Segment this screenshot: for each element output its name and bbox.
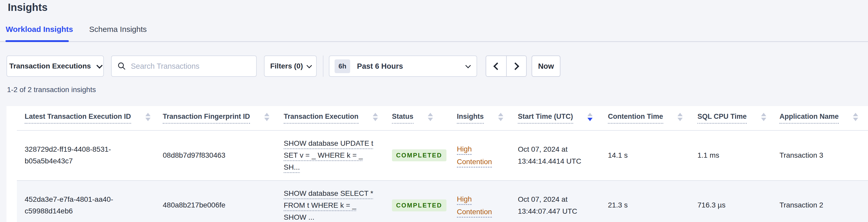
search-input[interactable] [131, 62, 250, 70]
sort-icon [761, 113, 766, 121]
chevron-down-icon [307, 63, 312, 68]
time-range-badge: 6h [335, 59, 350, 73]
chevron-right-icon [512, 62, 519, 70]
search-icon [117, 62, 126, 70]
latest-execution-id: 452da3e7-e7fa-4801-aa40-c59988d14eb6 [25, 194, 147, 217]
filters-button-label: Filters (0) [270, 62, 303, 70]
fingerprint-id: 08d8b7d97f830463 [163, 151, 225, 159]
toolbar: Transaction Executions Filters (0) 6h Pa… [6, 56, 560, 77]
now-button[interactable]: Now [532, 56, 560, 77]
time-range-pager [486, 56, 527, 77]
sort-icon [678, 113, 683, 121]
insight-type-dropdown-label: Transaction Executions [9, 62, 91, 70]
toolbar-divider [323, 56, 323, 77]
insights-table-card: Latest Transaction Execution ID Transact… [6, 106, 868, 222]
contention-time: 14.1 s [608, 151, 628, 159]
sort-icon [498, 113, 503, 121]
fingerprint-id: 480a8b217be006fe [163, 201, 225, 209]
previous-time-range-button[interactable] [486, 56, 506, 76]
sql-cpu-time: 1.1 ms [698, 151, 719, 159]
column-header-latest-execution-id[interactable]: Latest Transaction Execution ID [17, 106, 155, 130]
table-row: 328729d2-ff19-4408-8531-b05a5b4e43c7 08d… [17, 130, 868, 181]
tab-workload-insights[interactable]: Workload Insights [6, 25, 73, 34]
tab-divider [0, 41, 868, 42]
table-header-row: Latest Transaction Execution ID Transact… [17, 106, 868, 130]
chevron-down-icon [96, 62, 102, 68]
sort-icon [264, 113, 270, 121]
chevron-left-icon [493, 62, 501, 70]
start-time: Oct 07, 2024 at 13:44:14.4414 UTC [518, 144, 595, 167]
latest-execution-id: 328729d2-ff19-4408-8531-b05a5b4e43c7 [25, 144, 147, 167]
time-range-label: Past 6 Hours [357, 62, 459, 70]
next-time-range-button[interactable] [506, 56, 526, 76]
sort-icon [145, 113, 151, 121]
column-header-status[interactable]: Status [384, 106, 449, 130]
column-header-transaction-execution[interactable]: Transaction Execution [276, 106, 384, 130]
sort-icon [373, 113, 378, 121]
tab-bar: Workload Insights Schema Insights [6, 25, 147, 34]
results-count: 1-2 of 2 transaction insights [7, 86, 96, 94]
start-time: Oct 07, 2024 at 13:44:07.447 UTC [518, 193, 595, 217]
search-box[interactable] [111, 56, 257, 77]
status-badge: COMPLETED [392, 199, 446, 211]
contention-time: 21.3 s [608, 201, 628, 209]
sql-cpu-time: 716.3 µs [698, 201, 725, 209]
column-header-fingerprint-id[interactable]: Transaction Fingerprint ID [155, 106, 276, 130]
tab-schema-insights[interactable]: Schema Insights [89, 25, 147, 34]
transaction-insights-table: Latest Transaction Execution ID Transact… [17, 106, 868, 222]
active-tab-indicator [5, 40, 69, 42]
application-name: Transaction 3 [779, 151, 824, 159]
insight-type-dropdown[interactable]: Transaction Executions [6, 56, 104, 77]
filters-button[interactable]: Filters (0) [264, 56, 317, 77]
transaction-execution-link[interactable]: SHOW database UPDATE t SET v = _ WHERE k… [284, 137, 377, 173]
sort-icon-active-desc [587, 113, 593, 121]
transaction-execution-link[interactable]: SHOW database SELECT * FROM t WHERE k = … [284, 188, 377, 222]
column-header-contention-time[interactable]: Contention Time [600, 106, 690, 130]
page-title: Insights [8, 2, 48, 13]
time-range-dropdown[interactable]: 6h Past 6 Hours [329, 56, 477, 77]
column-header-sql-cpu-time[interactable]: SQL CPU Time [690, 106, 772, 130]
table-row: 452da3e7-e7fa-4801-aa40-c59988d14eb6 480… [17, 181, 868, 222]
insight-link[interactable]: High Contention [457, 193, 502, 218]
column-header-start-time[interactable]: Start Time (UTC) [510, 106, 600, 130]
chevron-down-icon [465, 63, 471, 68]
application-name: Transaction 2 [779, 201, 824, 209]
status-badge: COMPLETED [392, 149, 446, 161]
sort-icon [428, 113, 433, 121]
column-header-application-name[interactable]: Application Name [772, 106, 868, 130]
now-button-label: Now [538, 62, 554, 70]
insight-link[interactable]: High Contention [457, 142, 502, 168]
column-header-insights[interactable]: Insights [449, 106, 510, 130]
sort-icon [853, 113, 858, 121]
